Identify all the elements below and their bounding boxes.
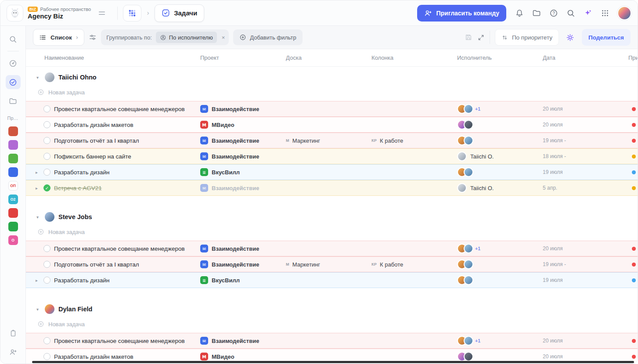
task-checkbox[interactable] [43,137,50,144]
sidebar-tasks-button[interactable] [6,75,21,89]
task-row[interactable]: Встреча с AGV21 ✉ Взаимодействие Taiichi… [26,180,638,196]
task-project[interactable]: ✉ Взаимодействие [200,137,286,144]
task-project[interactable]: ≡ ВкусВилл [200,168,286,176]
sidebar-project-icon[interactable]: О [8,235,18,245]
sort-selector[interactable]: По приоритету [495,29,559,46]
task-checkbox[interactable] [43,277,50,284]
expand-caret-icon[interactable] [36,170,40,175]
task-row[interactable]: Провести квартальное совещание менеджеро… [26,241,638,256]
collapse-caret-icon[interactable] [36,75,41,80]
task-assignees[interactable]: Taiichi O. [457,183,543,193]
apps-grid-button[interactable] [123,5,141,22]
task-row[interactable]: Разработать дизайн ≡ ВкусВилл 19 июля Ни… [26,272,638,288]
task-assignees[interactable]: +1 [457,104,543,114]
settings-gear-icon[interactable] [564,31,577,44]
task-assignees[interactable] [457,120,543,130]
task-assignees[interactable]: Taiichi O. [457,151,543,161]
task-priority[interactable]: Высокий [628,261,638,267]
view-selector-button[interactable]: Список › [33,29,84,46]
task-checkbox[interactable] [43,337,50,344]
sidebar-project-icon[interactable] [8,208,18,218]
task-project[interactable]: М МВидео [200,121,286,129]
task-assignees[interactable] [457,275,543,285]
ai-assistant-button[interactable] [580,6,595,21]
user-avatar[interactable] [617,6,631,20]
group-by-value-chip[interactable]: По исполнителю [156,32,217,43]
sidebar-project-icon[interactable]: ОП [8,181,18,191]
search-button[interactable] [563,6,578,21]
task-assignees[interactable] [457,259,543,269]
task-checkbox[interactable] [43,261,50,268]
task-checkbox[interactable] [43,353,50,360]
task-priority[interactable]: Средний [628,153,638,159]
workspace-switcher[interactable]: BIZ Рабочее пространство Agency Biz [7,5,112,22]
task-checkbox[interactable] [43,245,50,252]
task-priority[interactable]: Средний [628,185,638,191]
task-checkbox[interactable] [43,121,50,128]
task-checkbox[interactable] [43,184,50,191]
invite-team-button[interactable]: Пригласить команду [417,5,506,22]
task-column[interactable]: КРК работе [371,261,457,268]
task-project[interactable]: ✉ Взаимодействие [200,184,286,192]
task-row[interactable]: Пофиксить баннер на сайте ✉ Взаимодейств… [26,148,638,164]
expand-caret-icon[interactable] [36,278,40,283]
horizontal-scrollbar[interactable] [32,361,634,363]
group-header[interactable]: Dylan Field [26,301,638,317]
task-column[interactable]: КРК работе [371,137,457,144]
files-button[interactable] [529,6,544,21]
expand-caret-icon[interactable] [36,186,40,191]
task-project[interactable]: ✉ Взаимодействие [200,337,286,345]
task-priority[interactable]: Низкий [628,169,638,175]
all-apps-button[interactable] [598,6,613,21]
sidebar-folder-button[interactable] [6,94,21,108]
task-assignees[interactable]: +1 [457,336,543,346]
task-assignees[interactable] [457,352,543,361]
share-button[interactable]: Поделиться [582,29,631,46]
task-row[interactable]: Провести квартальное совещание менеджеро… [26,333,638,349]
tab-tasks[interactable]: Задачи [155,4,204,22]
task-priority[interactable]: Низкий [628,277,638,283]
task-board[interactable]: ММаркетинг [286,261,371,268]
task-priority[interactable]: Высокий [628,122,638,128]
sidebar-project-icon[interactable] [8,154,18,163]
new-task-row[interactable]: Новая задача [26,317,638,331]
task-row[interactable]: Подготовить отчёт за I квартал ✉ Взаимод… [26,256,638,272]
save-view-icon[interactable] [465,33,472,41]
task-project[interactable]: ✉ Взаимодействие [200,152,286,160]
sidebar-archive-button[interactable] [6,326,21,340]
task-project[interactable]: ✉ Взаимодействие [200,260,286,268]
sidebar-dashboard-button[interactable] [6,56,21,70]
new-task-row[interactable]: Новая задача [26,225,638,239]
task-priority[interactable]: Высокий [628,338,638,344]
remove-group-by-icon[interactable]: × [221,34,226,41]
task-checkbox[interactable] [43,153,50,160]
task-assignees[interactable] [457,167,543,177]
sidebar-project-icon[interactable]: О2 [8,195,18,204]
group-header[interactable]: Taiichi Ohno [26,69,638,85]
collapse-caret-icon[interactable] [36,215,41,220]
task-priority[interactable]: Высокий [628,245,638,252]
sidebar-search-button[interactable] [6,32,21,46]
task-priority[interactable]: Высокий [628,106,638,112]
help-button[interactable]: ? [546,6,561,21]
task-row[interactable]: Провести квартальное совещание менеджеро… [26,101,638,117]
collapse-caret-icon[interactable] [36,307,41,312]
group-header[interactable]: Steve Jobs [26,209,638,225]
task-project[interactable]: М МВидео [200,353,286,360]
new-task-row[interactable]: Новая задача [26,85,638,99]
task-assignees[interactable]: +1 [457,244,543,253]
sidebar-project-icon[interactable] [8,126,18,136]
task-priority[interactable]: Высокий [628,353,638,360]
task-project[interactable]: ≡ ВкусВилл [200,276,286,284]
task-project[interactable]: ✉ Взаимодействие [200,105,286,113]
workspace-menu-icon[interactable] [98,9,106,17]
task-row[interactable]: Разработать дизайн ≡ ВкусВилл 19 июля Ни… [26,164,638,180]
task-project[interactable]: ✉ Взаимодействие [200,245,286,252]
task-checkbox[interactable] [43,105,50,112]
sidebar-project-icon[interactable] [8,222,18,231]
task-priority[interactable]: Высокий [628,137,638,144]
sidebar-project-icon[interactable] [8,167,18,177]
task-row[interactable]: Разработать дизайн макетов М МВидео 20 и… [26,117,638,133]
task-row[interactable]: Подготовить отчёт за I квартал ✉ Взаимод… [26,133,638,148]
task-board[interactable]: ММаркетинг [286,137,371,144]
